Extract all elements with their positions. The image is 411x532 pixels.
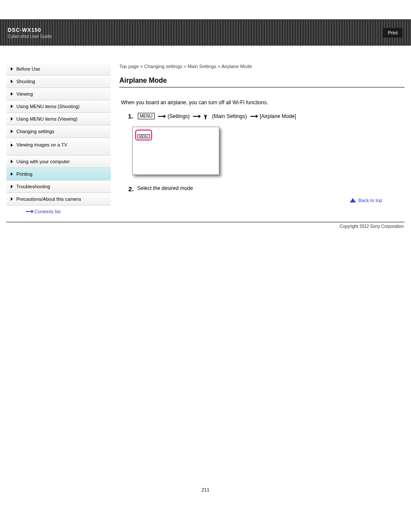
breadcrumb: Top page > Changing settings > Main Sett…: [119, 64, 405, 69]
guide-title: Cyber-shot User Guide: [8, 34, 52, 39]
menu-button-icon: MENU: [138, 113, 155, 119]
step-2: 2. Select the desired mode: [128, 185, 405, 193]
chevron-right-icon: [11, 105, 13, 108]
intro-text: When you board an airplane, you can turn…: [121, 100, 405, 106]
menu-label-mini: MENU: [137, 134, 150, 138]
step2-text: Select the desired mode: [137, 185, 193, 193]
triangle-up-icon: [350, 198, 356, 202]
section-title: Airplane Mode: [119, 69, 405, 87]
nav-menu-viewing[interactable]: Using MENU items (Viewing): [6, 113, 111, 125]
chevron-right-icon: [11, 160, 13, 163]
camera-screenshot: MENU: [132, 127, 219, 175]
product-model: DSC-WX150: [8, 27, 52, 33]
step-number: 2.: [128, 185, 134, 193]
nav-label: Shooting: [16, 79, 35, 84]
chevron-right-icon: [11, 80, 13, 83]
contents-list-link[interactable]: Contents list: [6, 205, 111, 214]
nav-using-with-computer[interactable]: Using with your computer: [6, 156, 111, 168]
chevron-right-icon: [11, 185, 13, 188]
step1-settings-text: (Settings): [168, 113, 190, 119]
nav-shooting[interactable]: Shooting: [6, 75, 111, 88]
nav-changing-settings[interactable]: Changing settings: [6, 125, 111, 138]
arrow-right-icon: [250, 116, 256, 117]
nav-view-on-tv[interactable]: Viewing images on a TV: [6, 138, 111, 156]
wrench-icon: [201, 112, 210, 121]
banner: DSC-WX150 Cyber-shot User Guide Print: [0, 20, 411, 46]
step1-airplane-mode-text: [Airplane Mode]: [260, 113, 296, 119]
chevron-right-icon: [11, 172, 13, 176]
nav-label: Changing settings: [16, 129, 54, 134]
nav-label: Viewing: [16, 91, 33, 96]
nav-label: Before Use: [16, 66, 40, 72]
chevron-right-icon: [11, 143, 13, 147]
nav-label: Viewing images on a TV: [16, 142, 67, 147]
content-area: Top page > Changing settings > Main Sett…: [119, 63, 405, 214]
nav-label: Using MENU items (Viewing): [16, 116, 78, 121]
arrow-right-icon: [26, 211, 32, 212]
nav-label: Troubleshooting: [16, 184, 50, 189]
nav-label: Using MENU items (Shooting): [16, 104, 80, 109]
step-number: 1.: [128, 112, 134, 120]
step-1: 1. MENU (Settings) (Main Settings) [Airp…: [128, 112, 405, 120]
chevron-right-icon: [11, 197, 13, 201]
nav-precautions[interactable]: Precautions/About this camera: [6, 193, 111, 205]
print-button[interactable]: Print: [383, 28, 402, 37]
back-to-top-link[interactable]: Back to top: [358, 198, 382, 203]
nav-before-use[interactable]: Before Use: [6, 63, 111, 75]
highlight-box: MENU: [135, 130, 152, 140]
nav-viewing[interactable]: Viewing: [6, 88, 111, 100]
arrow-right-icon: [193, 116, 199, 117]
page-number: 211: [0, 487, 411, 492]
nav-label: Printing: [16, 171, 32, 177]
back-to-top[interactable]: Back to top: [119, 198, 405, 203]
nav-troubleshooting[interactable]: Troubleshooting: [6, 180, 111, 193]
step1-main-settings-text: (Main Settings): [212, 113, 247, 119]
chevron-right-icon: [11, 117, 13, 121]
nav-printing[interactable]: Printing: [6, 168, 111, 180]
arrow-right-icon: [158, 116, 164, 117]
chevron-right-icon: [11, 130, 13, 133]
nav-menu-shooting[interactable]: Using MENU items (Shooting): [6, 100, 111, 113]
nav-label: Precautions/About this camera: [16, 196, 81, 202]
copyright-text: Copyright 2012 Sony Corporation: [340, 224, 404, 229]
chevron-right-icon: [11, 92, 13, 96]
nav-label: Using with your computer: [16, 159, 70, 164]
contents-list-label: Contents list: [34, 209, 61, 214]
sidebar-nav: Before Use Shooting Viewing Using MENU i…: [6, 63, 111, 214]
chevron-right-icon: [11, 67, 13, 71]
